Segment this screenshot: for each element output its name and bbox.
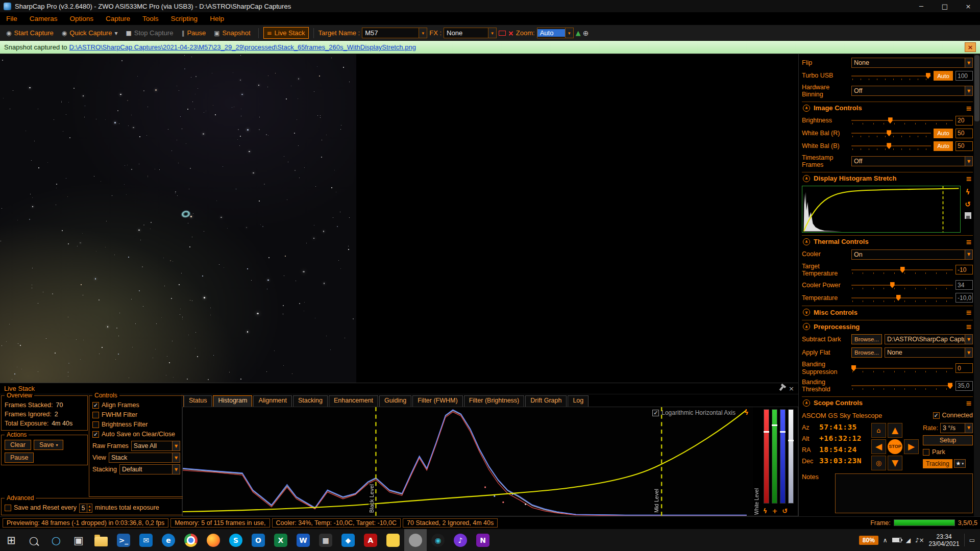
save-icon[interactable] <box>965 212 971 219</box>
chevron-down-icon[interactable]: ▾ <box>419 28 427 38</box>
align-frames-checkbox[interactable]: Align Frames <box>92 400 180 410</box>
connected-checkbox[interactable]: Connected <box>933 411 973 420</box>
tab-guiding[interactable]: Guiding <box>379 395 411 407</box>
park-checkbox[interactable]: Park <box>923 447 973 457</box>
rate-dropdown[interactable]: 3 °/s ▼ <box>940 423 973 433</box>
fx-combobox[interactable]: None ▾ <box>444 28 497 38</box>
home-button[interactable]: ⌂ <box>871 423 886 438</box>
red-level-bar[interactable] <box>764 409 769 504</box>
white-bal-b-auto-button[interactable]: Auto <box>934 141 953 151</box>
taskbar-icon-photos[interactable]: ◉ <box>427 529 449 551</box>
zoom-combobox[interactable]: Auto ▾ <box>537 28 574 38</box>
tab-filter-fwhm[interactable]: Filter (FWHM) <box>412 395 462 407</box>
action-center-icon[interactable]: ▭ <box>969 537 975 544</box>
notes-textarea[interactable] <box>835 473 973 513</box>
target-temperature-value[interactable]: -10 <box>955 265 973 274</box>
chevron-down-icon[interactable]: ▾ <box>488 28 496 38</box>
panel-scrollbar[interactable] <box>974 54 980 516</box>
slew-down-button[interactable]: ▼ <box>888 456 902 470</box>
taskbar-icon-sharpcap[interactable] <box>404 529 427 551</box>
taskbar-icon-excel[interactable]: X <box>270 529 292 551</box>
save-reset-checkbox[interactable]: Save and Reset every 5 ▲▼ minutes total … <box>5 503 180 513</box>
pin-icon[interactable] <box>779 386 784 391</box>
minimize-button[interactable]: ─ <box>910 0 933 12</box>
green-level-bar[interactable] <box>772 409 777 504</box>
tab-alignment[interactable]: Alignment <box>253 395 292 407</box>
taskbar-icon-groove[interactable]: ♪ <box>449 529 472 551</box>
battery-icon[interactable] <box>892 538 901 542</box>
view-dropdown[interactable]: Stack ▼ <box>109 453 180 463</box>
menu-options[interactable]: Options <box>64 15 100 22</box>
taskbar-icon-calculator[interactable]: ▦ <box>314 529 337 551</box>
banding-threshold-value[interactable]: 35,0 <box>955 381 973 391</box>
section-scope-controls[interactable]: ∧ Scope Controls ≡ <box>802 396 973 409</box>
taskbar-icon-vscode[interactable]: ◆ <box>337 529 359 551</box>
brightness-value[interactable]: 20 <box>955 116 973 126</box>
taskbar-icon-start[interactable]: ⊞ <box>0 529 22 551</box>
clear-button[interactable]: Clear <box>5 440 31 450</box>
tab-filter-brightness[interactable]: Filter (Brightness) <box>464 395 525 407</box>
banding-suppression-value[interactable]: 0 <box>955 363 973 373</box>
blue-level-bar[interactable] <box>780 409 786 504</box>
taskbar-icon-search[interactable]: ○ <box>22 529 45 551</box>
menu-icon[interactable]: ≡ <box>966 238 972 246</box>
pause-button[interactable]: ∥ Pause <box>178 28 209 38</box>
subtract-dark-dropdown[interactable]: D:\ASTRO\SharpCap Captures\... ▼ <box>885 334 973 344</box>
auto-stretch-icon[interactable]: ▲ <box>576 29 581 37</box>
taskbar-icon-chrome[interactable] <box>180 529 202 551</box>
white-bal-r-value[interactable]: 50 <box>955 129 973 138</box>
start-capture-button[interactable]: ◉ Start Capture <box>3 28 57 38</box>
network-icon[interactable]: ◢ <box>906 537 911 544</box>
stretch-histogram[interactable] <box>802 186 961 233</box>
menu-icon[interactable]: ≡ <box>966 174 972 183</box>
taskbar-icon-mail[interactable]: ✉ <box>135 529 157 551</box>
menu-icon[interactable]: ≡ <box>966 308 972 316</box>
tracking-button[interactable]: Tracking <box>923 459 952 468</box>
menu-icon[interactable]: ≡ <box>966 104 972 112</box>
menu-file[interactable]: File <box>0 15 23 22</box>
quick-capture-button[interactable]: ◉ Quick Capture ▾ <box>59 28 121 38</box>
clear-selection-icon[interactable]: × <box>508 29 514 37</box>
apply-flat-dropdown[interactable]: None ▼ <box>885 347 973 358</box>
target-center-button[interactable]: ◎ <box>871 456 886 470</box>
pause-stack-button[interactable]: Pause <box>5 453 34 463</box>
apply-levels-icon[interactable]: + <box>772 507 777 515</box>
flip-dropdown[interactable]: None ▼ <box>851 58 973 68</box>
section-misc-controls[interactable]: ∨ Misc Controls ≡ <box>802 306 973 318</box>
menu-cameras[interactable]: Cameras <box>23 15 64 22</box>
taskbar-icon-acrobat[interactable]: A <box>359 529 382 551</box>
banding-threshold-slider[interactable] <box>851 381 953 390</box>
tab-drift-graph[interactable]: Drift Graph <box>525 395 567 407</box>
auto-save-checkbox[interactable]: Auto Save on Clear/Close <box>92 430 180 439</box>
taskbar-icon-edge[interactable]: e <box>157 529 180 551</box>
save-button[interactable]: Save▾ <box>34 440 64 450</box>
raw-frames-dropdown[interactable]: Save All ▼ <box>131 441 180 451</box>
white-bal-r-slider[interactable] <box>851 129 931 138</box>
notification-close-button[interactable]: × <box>965 42 976 52</box>
brightness-filter-checkbox[interactable]: Brightness Filter <box>92 420 180 430</box>
all-level-bar[interactable] <box>788 409 794 504</box>
cooler-dropdown[interactable]: On ▼ <box>851 249 973 260</box>
taskbar-icon-task-view[interactable]: ▣ <box>67 529 90 551</box>
slew-right-button[interactable]: ▶ <box>904 439 919 454</box>
section-image-controls[interactable]: ∧ Image Controls ≡ <box>802 102 973 114</box>
auto-stretch-icon[interactable]: ϟ <box>763 507 768 515</box>
goto-star-button[interactable]: ★▾ <box>954 459 966 468</box>
tab-histogram[interactable]: Histogram <box>213 395 252 407</box>
hardware-binning-dropdown[interactable]: Off ▼ <box>851 86 973 96</box>
stack-histogram-graph[interactable]: Black Level Mid Level Logarithmic Horizo… <box>183 407 753 516</box>
taskbar-icon-skype[interactable]: S <box>225 529 247 551</box>
white-bal-r-auto-button[interactable]: Auto <box>934 129 953 138</box>
auto-stretch-icon[interactable]: ϟ <box>744 408 749 416</box>
section-display-histogram-stretch[interactable]: ∧ Display Histogram Stretch ≡ <box>802 172 973 185</box>
tab-stacking[interactable]: Stacking <box>293 395 328 407</box>
subtract-dark-browse-button[interactable]: Browse... <box>851 334 882 344</box>
snapshot-button[interactable]: ▣ Snapshot <box>211 28 253 38</box>
taskbar-icon-word[interactable]: W <box>292 529 314 551</box>
menu-scripting[interactable]: Scripting <box>165 15 204 22</box>
menu-capture[interactable]: Capture <box>100 15 136 22</box>
target-name-combobox[interactable]: M57 ▾ <box>362 28 427 38</box>
timestamp-frames-dropdown[interactable]: Off ▼ <box>851 156 973 166</box>
turbo-usb-slider[interactable] <box>851 71 931 81</box>
stacking-dropdown[interactable]: Default ▼ <box>119 464 180 474</box>
